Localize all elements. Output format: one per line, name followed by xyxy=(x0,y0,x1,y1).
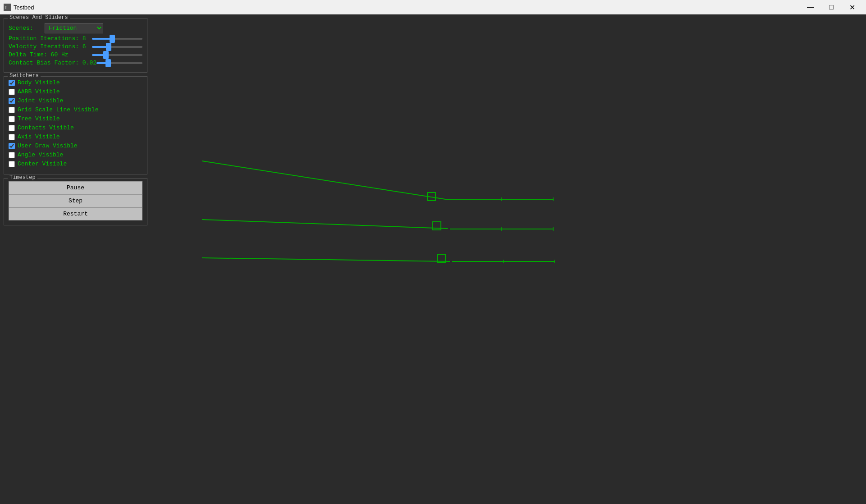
switcher-checkbox-0[interactable] xyxy=(9,80,15,86)
switcher-label-3[interactable]: Grid Scale Line Visible xyxy=(18,106,98,113)
svg-line-2 xyxy=(202,161,445,199)
timestep-legend: Timestep xyxy=(8,174,37,181)
switcher-label-2[interactable]: Joint Visible xyxy=(18,97,63,104)
restart-row: Restart xyxy=(9,207,142,220)
switcher-checkbox-5[interactable] xyxy=(9,125,15,131)
switcher-item-2: Joint Visible xyxy=(9,97,142,104)
step-row: Step xyxy=(9,194,142,207)
switcher-item-3: Grid Scale Line Visible xyxy=(9,106,142,113)
scenes-sliders-panel: Scenes And Sliders Scenes: Friction Posi… xyxy=(4,18,147,73)
contact-bias-track[interactable] xyxy=(96,62,142,64)
left-panel: Scenes And Sliders Scenes: Friction Posi… xyxy=(0,14,151,504)
switchers-panel: Switchers Body VisibleAABB VisibleJoint … xyxy=(4,76,147,174)
pause-row: Pause xyxy=(9,181,142,194)
app-icon: T xyxy=(4,4,11,11)
contact-bias-label: Contact Bias Factor: 0.02 xyxy=(9,60,96,66)
switcher-checkbox-2[interactable] xyxy=(9,98,15,104)
switchers-legend: Switchers xyxy=(8,73,41,79)
switcher-checkbox-1[interactable] xyxy=(9,89,15,95)
switcher-item-4: Tree Visible xyxy=(9,115,142,122)
scenes-dropdown[interactable]: Friction xyxy=(45,23,103,33)
switchers-list: Body VisibleAABB VisibleJoint VisibleGri… xyxy=(9,79,142,167)
pause-button[interactable]: Pause xyxy=(9,181,142,194)
switcher-label-8[interactable]: Angle Visible xyxy=(18,151,63,158)
main-content: Scenes And Sliders Scenes: Friction Posi… xyxy=(0,14,866,504)
switcher-label-0[interactable]: Body Visible xyxy=(18,79,60,86)
switcher-item-1: AABB Visible xyxy=(9,88,142,95)
scenes-row: Scenes: Friction xyxy=(9,23,142,33)
velocity-iterations-label: Velocity Iterations: 6 xyxy=(9,43,92,50)
switcher-checkbox-9[interactable] xyxy=(9,161,15,167)
svg-line-7 xyxy=(202,220,448,229)
close-button[interactable]: ✕ xyxy=(842,0,862,14)
delta-time-track[interactable] xyxy=(92,54,142,56)
switcher-item-0: Body Visible xyxy=(9,79,142,86)
scenes-label: Scenes: xyxy=(9,25,45,32)
window-controls: — □ ✕ xyxy=(800,0,862,14)
minimize-button[interactable]: — xyxy=(800,0,821,14)
switcher-label-5[interactable]: Contacts Visible xyxy=(18,124,74,131)
maximize-button[interactable]: □ xyxy=(821,0,842,14)
switcher-checkbox-7[interactable] xyxy=(9,143,15,149)
step-button[interactable]: Step xyxy=(9,194,142,207)
timestep-panel: Timestep Pause Step Restart xyxy=(4,178,147,225)
switcher-checkbox-6[interactable] xyxy=(9,134,15,140)
titlebar: T Testbed — □ ✕ xyxy=(0,0,866,14)
canvas-area xyxy=(151,14,866,504)
switcher-label-9[interactable]: Center Visible xyxy=(18,160,67,167)
switcher-item-8: Angle Visible xyxy=(9,151,142,158)
switcher-label-4[interactable]: Tree Visible xyxy=(18,115,60,122)
delta-time-row: Delta Time: 60 Hz xyxy=(9,51,142,58)
scenes-section: Scenes: Friction Position Iterations: 8 … xyxy=(9,23,142,66)
switcher-label-7[interactable]: User Draw Visible xyxy=(18,142,78,149)
switcher-checkbox-3[interactable] xyxy=(9,107,15,113)
delta-time-label: Delta Time: 60 Hz xyxy=(9,51,92,58)
position-iterations-row: Position Iterations: 8 xyxy=(9,35,142,42)
switcher-item-6: Axis Visible xyxy=(9,133,142,140)
switcher-label-1[interactable]: AABB Visible xyxy=(18,88,60,95)
switcher-label-6[interactable]: Axis Visible xyxy=(18,133,60,140)
switcher-item-7: User Draw Visible xyxy=(9,142,142,149)
position-iterations-label: Position Iterations: 8 xyxy=(9,35,92,42)
switcher-item-5: Contacts Visible xyxy=(9,124,142,131)
simulation-canvas xyxy=(151,14,866,504)
switcher-checkbox-8[interactable] xyxy=(9,152,15,158)
velocity-iterations-track[interactable] xyxy=(92,46,142,48)
contact-bias-row: Contact Bias Factor: 0.02 xyxy=(9,60,142,66)
switcher-checkbox-4[interactable] xyxy=(9,116,15,122)
switcher-item-9: Center Visible xyxy=(9,160,142,167)
restart-button[interactable]: Restart xyxy=(9,207,142,220)
position-iterations-track[interactable] xyxy=(92,38,142,40)
svg-line-12 xyxy=(202,258,450,261)
svg-text:T: T xyxy=(5,5,7,10)
scenes-sliders-legend: Scenes And Sliders xyxy=(8,14,70,21)
window-title: Testbed xyxy=(14,4,800,11)
velocity-iterations-row: Velocity Iterations: 6 xyxy=(9,43,142,50)
